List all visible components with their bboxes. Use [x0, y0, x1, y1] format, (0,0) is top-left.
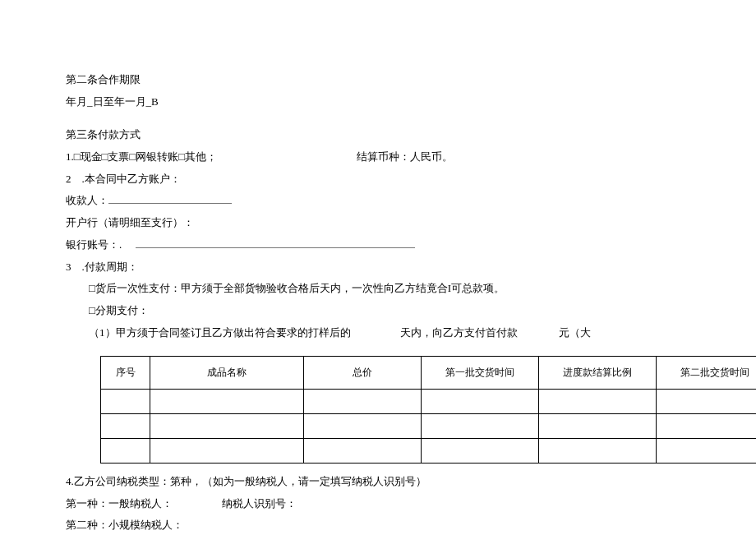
article3-title: 第三条付款方式: [66, 125, 690, 145]
table-row: [101, 390, 757, 414]
cell[interactable]: [422, 439, 539, 464]
cell[interactable]: [539, 439, 657, 464]
article2-title: 第二条合作期限: [66, 70, 690, 90]
sub1-b: 天内，向乙方支付首付款: [400, 326, 518, 339]
cell[interactable]: [304, 414, 422, 439]
article3-item3-intro: 3 .付款周期：: [66, 257, 690, 278]
article3-item2-intro: 2 .本合同中乙方账户：: [66, 169, 690, 190]
th-time1: 第一批交货时间: [422, 357, 539, 390]
sub1-a: （1）甲方须于合同签订且乙方做出符合要求的打样后的: [89, 326, 351, 339]
blank-filler: .: [119, 238, 132, 251]
account-blank[interactable]: [136, 237, 415, 248]
cell[interactable]: [304, 390, 422, 414]
cell[interactable]: [422, 414, 539, 439]
cell[interactable]: [539, 414, 657, 439]
payee-line: 收款人：: [66, 191, 690, 211]
account-line: 银行账号：.: [66, 235, 690, 256]
payee-label: 收款人：: [66, 194, 108, 206]
th-name: 成品名称: [150, 357, 304, 390]
cell[interactable]: [101, 414, 150, 439]
cell[interactable]: [657, 390, 756, 414]
schedule-table: 序号 成品名称 总价 第一批交货时间 进度款结算比例 第二批交货时间: [100, 356, 756, 464]
cell[interactable]: [101, 439, 150, 464]
th-total: 总价: [304, 357, 422, 390]
account-label: 银行账号：: [66, 238, 119, 251]
table-row: [101, 439, 757, 464]
cell[interactable]: [657, 414, 756, 439]
table-header-row: 序号 成品名称 总价 第一批交货时间 进度款结算比例 第二批交货时间: [101, 357, 757, 390]
cell[interactable]: [304, 439, 422, 464]
cell[interactable]: [422, 390, 539, 414]
article3-item1: 1.□现金□支票□网银转账□其他； 结算币种：人民币。: [66, 147, 690, 168]
article2-date-range: 年月_日至年一月_B: [66, 92, 690, 113]
cell[interactable]: [150, 390, 304, 414]
payee-blank[interactable]: [108, 192, 232, 204]
table-row: [101, 414, 757, 439]
cell[interactable]: [101, 390, 150, 414]
type1-b: 纳税人识别号：: [222, 497, 297, 510]
th-seq: 序号: [101, 357, 150, 390]
item1-left: 1.□现金□支票□网银转账□其他；: [66, 147, 217, 168]
bank-line: 开户行（请明细至支行）：: [66, 213, 690, 233]
item3-option2: □分期支付：: [66, 301, 690, 321]
tax-type1: 第一种：一般纳税人：纳税人识别号：: [66, 494, 690, 514]
tax-type2: 第二种：小规模纳税人：: [66, 515, 690, 535]
item1-right: 结算币种：人民币。: [357, 147, 453, 168]
cell[interactable]: [539, 390, 657, 414]
th-time2: 第二批交货时间: [657, 357, 756, 390]
th-ratio: 进度款结算比例: [539, 357, 657, 390]
cell[interactable]: [657, 439, 756, 464]
sub1-c: 元（大: [559, 326, 591, 339]
item4: 4.乙方公司纳税类型：第种，（如为一般纳税人，请一定填写纳税人识别号）: [66, 472, 690, 492]
cell[interactable]: [150, 439, 304, 464]
item3-option1: □货后一次性支付：甲方须于全部货物验收合格后天内，一次性向乙方结竟合I可总款项。: [66, 279, 690, 299]
type1-a: 第一种：一般纳税人：: [66, 497, 173, 510]
item3-sub1: （1）甲方须于合同签订且乙方做出符合要求的打样后的天内，向乙方支付首付款元（大: [66, 323, 690, 344]
cell[interactable]: [150, 414, 304, 439]
